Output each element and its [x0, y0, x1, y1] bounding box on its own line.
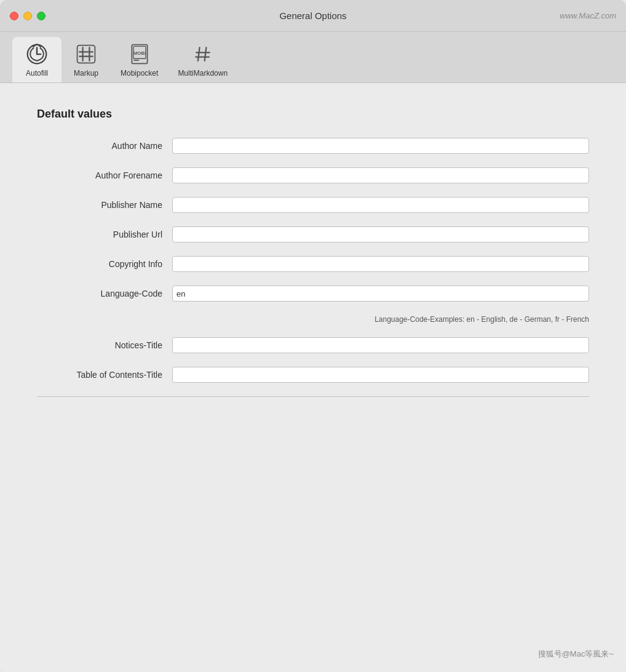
publisher-url-input[interactable]	[172, 226, 589, 242]
tab-multimarkdown-label: MultiMarkdown	[178, 69, 228, 78]
tab-multimarkdown[interactable]: MultiMarkdown	[168, 37, 237, 82]
author-forename-label: Author Forename	[37, 170, 172, 180]
tab-autofill[interactable]: Autofill	[12, 37, 61, 82]
title-bar: General Options www.MacZ.com	[0, 0, 626, 32]
publisher-name-label: Publisher Name	[37, 200, 172, 210]
markup-icon	[74, 42, 98, 66]
autofill-icon	[25, 42, 49, 66]
watermark-header: www.MacZ.com	[560, 11, 616, 20]
copyright-info-group: Copyright Info	[37, 256, 589, 272]
mobipocket-icon: MOBI	[127, 42, 152, 66]
traffic-lights	[10, 12, 46, 20]
tab-autofill-label: Autofill	[26, 69, 48, 78]
language-code-input[interactable]	[172, 286, 589, 302]
tab-markup-label: Markup	[74, 69, 98, 78]
toc-title-group: Table of Contents-Title	[37, 367, 589, 383]
minimize-button[interactable]	[23, 12, 32, 20]
section-title: Default values	[37, 108, 589, 121]
author-name-group: Author Name	[37, 138, 589, 154]
main-window: General Options www.MacZ.com Autofill	[0, 0, 626, 672]
notices-title-input[interactable]	[172, 337, 589, 353]
copyright-info-label: Copyright Info	[37, 259, 172, 269]
publisher-url-group: Publisher Url	[37, 226, 589, 242]
footer-watermark: 搜狐号@Mac等風来~	[538, 649, 614, 660]
language-code-group: Language-Code	[37, 286, 589, 302]
author-name-label: Author Name	[37, 141, 172, 151]
main-content: Default values Author Name Author Forena…	[0, 83, 626, 672]
publisher-name-input[interactable]	[172, 197, 589, 213]
divider	[37, 396, 589, 397]
window-title: General Options	[279, 10, 346, 21]
language-code-label: Language-Code	[37, 289, 172, 298]
author-forename-group: Author Forename	[37, 167, 589, 183]
publisher-name-group: Publisher Name	[37, 197, 589, 213]
tab-markup[interactable]: Markup	[61, 37, 111, 82]
copyright-info-input[interactable]	[172, 256, 589, 272]
toc-title-label: Table of Contents-Title	[37, 370, 172, 380]
maximize-button[interactable]	[37, 12, 46, 20]
tab-mobipocket[interactable]: MOBI Mobipocket	[111, 37, 168, 82]
toc-title-input[interactable]	[172, 367, 589, 383]
close-button[interactable]	[10, 12, 18, 20]
publisher-url-label: Publisher Url	[37, 230, 172, 239]
svg-line-12	[204, 47, 206, 61]
language-hint: Language-Code-Examples: en - English, de…	[172, 315, 589, 324]
multimarkdown-icon	[191, 42, 215, 66]
tab-mobipocket-label: Mobipocket	[121, 69, 158, 78]
svg-text:MOBI: MOBI	[133, 50, 146, 56]
notices-title-label: Notices-Title	[37, 340, 172, 350]
author-name-input[interactable]	[172, 138, 589, 154]
notices-title-group: Notices-Title	[37, 337, 589, 353]
svg-line-11	[198, 47, 200, 61]
author-forename-input[interactable]	[172, 167, 589, 183]
toolbar: Autofill Markup	[0, 32, 626, 83]
svg-rect-2	[77, 46, 95, 63]
